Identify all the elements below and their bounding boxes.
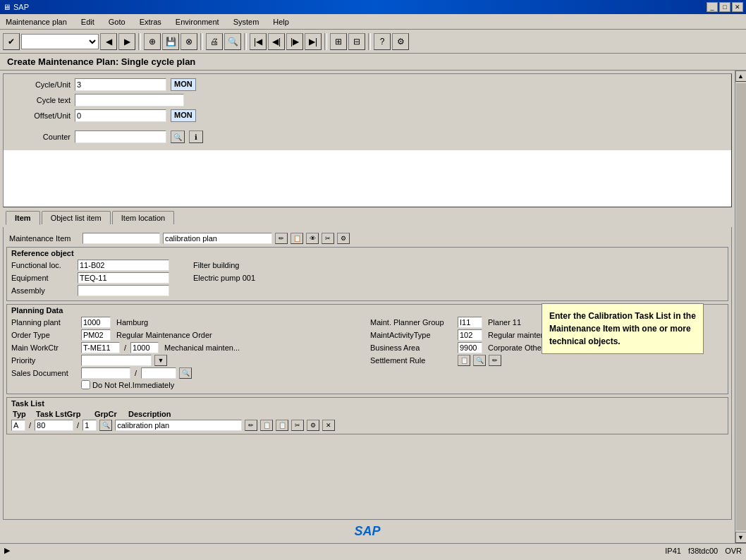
status-client: f38tdc00 <box>688 547 718 555</box>
do-not-rel-text: Do Not Rel.Immediately <box>92 381 174 389</box>
equipment-desc: Electric pump 001 <box>193 274 255 282</box>
equipment-input[interactable] <box>78 272 169 284</box>
maint-planner-group-input[interactable] <box>458 317 482 328</box>
toolbar-dropdown[interactable] <box>21 34 99 49</box>
menu-extras[interactable]: Extras <box>137 16 164 28</box>
main-workctr-plant-input[interactable] <box>130 342 159 353</box>
menu-maintenance-plan[interactable]: Maintenance plan <box>3 16 70 28</box>
main-workctr-input[interactable] <box>81 342 120 353</box>
assembly-input[interactable] <box>78 285 169 296</box>
menu-bar: Maintenance plan Edit Goto Extras Enviro… <box>0 14 746 30</box>
toolbar-cancel-button[interactable]: ⊗ <box>181 33 197 50</box>
menu-edit[interactable]: Edit <box>78 16 97 28</box>
planning-plant-input[interactable] <box>81 317 111 328</box>
priority-row: Priority ▼ <box>11 355 365 366</box>
cycle-text-input[interactable] <box>75 94 184 106</box>
maint-planner-group-label: Maint. Planner Group <box>370 318 455 327</box>
toolbar-save-button[interactable]: 💾 <box>162 33 179 50</box>
cycle-unit-input[interactable] <box>75 78 166 91</box>
counter-input[interactable] <box>75 130 166 143</box>
maint-item-extra-btn[interactable]: ⚙ <box>337 233 350 244</box>
menu-goto[interactable]: Goto <box>106 16 128 28</box>
tasklist-row: / / 🔍 ✏ 📋 📋 ✂ ⚙ ✕ <box>11 420 723 431</box>
business-area-input[interactable] <box>458 342 482 353</box>
close-button[interactable]: ✕ <box>732 2 743 12</box>
toolbar-sep-3 <box>244 33 247 50</box>
sales-doc-row: Sales Document / 🔍 <box>11 367 365 379</box>
tasklist-btn4[interactable]: ✂ <box>291 420 304 431</box>
reference-object-title: Reference object <box>11 249 723 257</box>
tasklist-btn6[interactable]: ✕ <box>322 420 335 431</box>
sales-doc-input2[interactable] <box>141 367 176 379</box>
tab-item-location[interactable]: Item location <box>112 211 174 224</box>
do-not-rel-checkbox[interactable] <box>81 380 90 389</box>
tasklist-btn2[interactable]: 📋 <box>260 420 273 431</box>
counter-btn2[interactable]: ℹ <box>189 130 203 143</box>
task-list-title: Task List <box>11 399 723 408</box>
main-workctr-label: Main WorkCtr <box>11 343 78 352</box>
tasklist-col-desc: Description <box>128 410 171 418</box>
toolbar-back-button[interactable]: ◀ <box>100 33 117 50</box>
tab-object-list-item[interactable]: Object list item <box>42 211 111 224</box>
sales-doc-input1[interactable] <box>81 367 130 379</box>
order-type-desc: Regular Maintenance Order <box>116 331 212 339</box>
priority-dropdown-btn[interactable]: ▼ <box>154 355 167 366</box>
do-not-rel-label[interactable]: Do Not Rel.Immediately <box>81 380 174 389</box>
offset-unit-unit: MON <box>171 109 196 122</box>
toolbar-layout-button[interactable]: ⊞ <box>330 33 347 50</box>
menu-environment[interactable]: Environment <box>173 16 222 28</box>
toolbar-prev2-button[interactable]: ◀| <box>268 33 285 50</box>
title-bar-buttons[interactable]: _ □ ✕ <box>707 2 743 12</box>
tasklist-col-typ: Typ <box>13 410 30 418</box>
maint-activity-type-input[interactable] <box>458 329 482 341</box>
scroll-up-arrow[interactable]: ▲ <box>735 71 747 82</box>
toolbar-help-button[interactable]: ? <box>374 33 391 50</box>
functional-loc-row: Functional loc. Filter building <box>11 260 723 271</box>
tasklist-desc-input[interactable] <box>115 420 242 431</box>
maint-item-delete-btn[interactable]: ✂ <box>322 233 334 244</box>
maint-item-input[interactable] <box>82 233 160 244</box>
settlement-rule-btn1[interactable]: 📋 <box>458 355 470 366</box>
toolbar-prev-button[interactable]: |◀ <box>250 33 267 50</box>
tasklist-btn5[interactable]: ⚙ <box>307 420 319 431</box>
counter-btn1[interactable]: 🔍 <box>171 130 185 143</box>
sales-doc-btn[interactable]: 🔍 <box>179 367 192 379</box>
callout-text: Enter the Calibration Task List in the M… <box>549 311 696 346</box>
menu-system[interactable]: System <box>231 16 262 28</box>
tasklist-group-input[interactable] <box>35 420 73 431</box>
minimize-button[interactable]: _ <box>707 2 718 12</box>
tab-item[interactable]: Item <box>6 211 40 225</box>
toolbar-sep-5 <box>368 33 371 50</box>
tasklist-grpcr-input[interactable] <box>82 420 97 431</box>
menu-help[interactable]: Help <box>270 16 292 28</box>
cycle-unit-row: Cycle/Unit MON <box>11 78 724 91</box>
toolbar-layout2-button[interactable]: ⊟ <box>348 33 365 50</box>
functional-loc-input[interactable] <box>78 260 169 271</box>
settlement-rule-btn3[interactable]: ✏ <box>489 355 501 366</box>
maint-item-copy-btn[interactable]: 📋 <box>291 233 303 244</box>
maximize-button[interactable]: □ <box>719 2 730 12</box>
toolbar-new-button[interactable]: ⊕ <box>144 33 161 50</box>
planning-plant-label: Planning plant <box>11 318 78 327</box>
toolbar-next-button[interactable]: ▶| <box>305 33 322 50</box>
maint-item-desc-input[interactable] <box>163 233 272 244</box>
maint-item-display-btn[interactable]: 👁 <box>306 233 319 244</box>
priority-input[interactable] <box>81 355 152 366</box>
offset-unit-input[interactable] <box>75 109 166 122</box>
toolbar-check-button[interactable]: ✔ <box>3 33 20 50</box>
tasklist-btn3[interactable]: 📋 <box>276 420 288 431</box>
toolbar-forward-button[interactable]: ▶ <box>118 33 135 50</box>
toolbar-settings-button[interactable]: ⚙ <box>392 33 409 50</box>
toolbar-next2-button[interactable]: |▶ <box>286 33 303 50</box>
toolbar-find-button[interactable]: 🔍 <box>224 33 241 50</box>
maint-item-edit-btn[interactable]: ✏ <box>275 233 288 244</box>
order-type-input[interactable] <box>81 329 111 341</box>
tasklist-search-btn[interactable]: 🔍 <box>99 420 112 431</box>
scroll-down-arrow[interactable]: ▼ <box>735 532 747 543</box>
tasklist-typ-input[interactable] <box>11 420 25 431</box>
assembly-label: Assembly <box>11 286 75 295</box>
settlement-rule-btn2[interactable]: 🔍 <box>473 355 486 366</box>
spacer <box>11 125 724 130</box>
toolbar-print-button[interactable]: 🖨 <box>206 33 223 50</box>
tasklist-edit-btn[interactable]: ✏ <box>245 420 257 431</box>
